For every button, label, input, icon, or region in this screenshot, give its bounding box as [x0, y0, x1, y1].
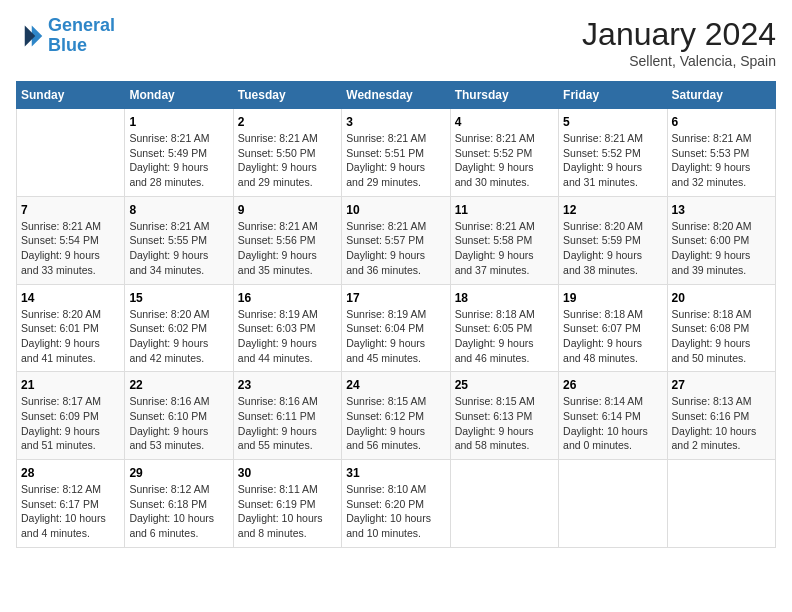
- calendar-cell: 9Sunrise: 8:21 AMSunset: 5:56 PMDaylight…: [233, 196, 341, 284]
- logo: General Blue: [16, 16, 115, 56]
- day-number: 14: [21, 291, 120, 305]
- calendar-cell: [559, 460, 667, 548]
- day-number: 17: [346, 291, 445, 305]
- day-number: 12: [563, 203, 662, 217]
- day-number: 30: [238, 466, 337, 480]
- day-info: Sunrise: 8:14 AMSunset: 6:14 PMDaylight:…: [563, 394, 662, 453]
- calendar-cell: 26Sunrise: 8:14 AMSunset: 6:14 PMDayligh…: [559, 372, 667, 460]
- calendar-cell: 5Sunrise: 8:21 AMSunset: 5:52 PMDaylight…: [559, 109, 667, 197]
- calendar-week-5: 28Sunrise: 8:12 AMSunset: 6:17 PMDayligh…: [17, 460, 776, 548]
- calendar-cell: 18Sunrise: 8:18 AMSunset: 6:05 PMDayligh…: [450, 284, 558, 372]
- calendar-cell: 28Sunrise: 8:12 AMSunset: 6:17 PMDayligh…: [17, 460, 125, 548]
- calendar-cell: 2Sunrise: 8:21 AMSunset: 5:50 PMDaylight…: [233, 109, 341, 197]
- calendar-cell: 6Sunrise: 8:21 AMSunset: 5:53 PMDaylight…: [667, 109, 775, 197]
- day-info: Sunrise: 8:20 AMSunset: 6:02 PMDaylight:…: [129, 307, 228, 366]
- calendar-cell: 29Sunrise: 8:12 AMSunset: 6:18 PMDayligh…: [125, 460, 233, 548]
- calendar-cell: 8Sunrise: 8:21 AMSunset: 5:55 PMDaylight…: [125, 196, 233, 284]
- logo-text: General Blue: [48, 16, 115, 56]
- day-info: Sunrise: 8:21 AMSunset: 5:51 PMDaylight:…: [346, 131, 445, 190]
- logo-blue: Blue: [48, 35, 87, 55]
- day-info: Sunrise: 8:21 AMSunset: 5:53 PMDaylight:…: [672, 131, 771, 190]
- day-number: 28: [21, 466, 120, 480]
- calendar-cell: 27Sunrise: 8:13 AMSunset: 6:16 PMDayligh…: [667, 372, 775, 460]
- col-sunday: Sunday: [17, 82, 125, 109]
- day-info: Sunrise: 8:21 AMSunset: 5:54 PMDaylight:…: [21, 219, 120, 278]
- day-number: 19: [563, 291, 662, 305]
- calendar-cell: [17, 109, 125, 197]
- day-number: 31: [346, 466, 445, 480]
- day-info: Sunrise: 8:21 AMSunset: 5:55 PMDaylight:…: [129, 219, 228, 278]
- calendar-cell: 20Sunrise: 8:18 AMSunset: 6:08 PMDayligh…: [667, 284, 775, 372]
- day-info: Sunrise: 8:21 AMSunset: 5:56 PMDaylight:…: [238, 219, 337, 278]
- day-number: 21: [21, 378, 120, 392]
- calendar-cell: 31Sunrise: 8:10 AMSunset: 6:20 PMDayligh…: [342, 460, 450, 548]
- day-info: Sunrise: 8:21 AMSunset: 5:57 PMDaylight:…: [346, 219, 445, 278]
- day-info: Sunrise: 8:15 AMSunset: 6:13 PMDaylight:…: [455, 394, 554, 453]
- day-number: 13: [672, 203, 771, 217]
- calendar-cell: 1Sunrise: 8:21 AMSunset: 5:49 PMDaylight…: [125, 109, 233, 197]
- day-info: Sunrise: 8:11 AMSunset: 6:19 PMDaylight:…: [238, 482, 337, 541]
- day-info: Sunrise: 8:15 AMSunset: 6:12 PMDaylight:…: [346, 394, 445, 453]
- day-info: Sunrise: 8:20 AMSunset: 5:59 PMDaylight:…: [563, 219, 662, 278]
- calendar-cell: 24Sunrise: 8:15 AMSunset: 6:12 PMDayligh…: [342, 372, 450, 460]
- calendar-cell: 14Sunrise: 8:20 AMSunset: 6:01 PMDayligh…: [17, 284, 125, 372]
- day-number: 5: [563, 115, 662, 129]
- calendar-subtitle: Sellent, Valencia, Spain: [582, 53, 776, 69]
- calendar-cell: 12Sunrise: 8:20 AMSunset: 5:59 PMDayligh…: [559, 196, 667, 284]
- day-number: 8: [129, 203, 228, 217]
- day-info: Sunrise: 8:21 AMSunset: 5:52 PMDaylight:…: [455, 131, 554, 190]
- calendar-cell: 3Sunrise: 8:21 AMSunset: 5:51 PMDaylight…: [342, 109, 450, 197]
- calendar-week-1: 1Sunrise: 8:21 AMSunset: 5:49 PMDaylight…: [17, 109, 776, 197]
- day-number: 24: [346, 378, 445, 392]
- day-number: 29: [129, 466, 228, 480]
- header-row: Sunday Monday Tuesday Wednesday Thursday…: [17, 82, 776, 109]
- calendar-cell: 11Sunrise: 8:21 AMSunset: 5:58 PMDayligh…: [450, 196, 558, 284]
- calendar-cell: 17Sunrise: 8:19 AMSunset: 6:04 PMDayligh…: [342, 284, 450, 372]
- day-number: 22: [129, 378, 228, 392]
- day-number: 2: [238, 115, 337, 129]
- day-info: Sunrise: 8:21 AMSunset: 5:50 PMDaylight:…: [238, 131, 337, 190]
- day-info: Sunrise: 8:16 AMSunset: 6:10 PMDaylight:…: [129, 394, 228, 453]
- calendar-cell: 7Sunrise: 8:21 AMSunset: 5:54 PMDaylight…: [17, 196, 125, 284]
- calendar-cell: 4Sunrise: 8:21 AMSunset: 5:52 PMDaylight…: [450, 109, 558, 197]
- day-number: 1: [129, 115, 228, 129]
- day-info: Sunrise: 8:21 AMSunset: 5:49 PMDaylight:…: [129, 131, 228, 190]
- title-block: January 2024 Sellent, Valencia, Spain: [582, 16, 776, 69]
- day-info: Sunrise: 8:19 AMSunset: 6:04 PMDaylight:…: [346, 307, 445, 366]
- calendar-cell: 13Sunrise: 8:20 AMSunset: 6:00 PMDayligh…: [667, 196, 775, 284]
- day-info: Sunrise: 8:21 AMSunset: 5:52 PMDaylight:…: [563, 131, 662, 190]
- logo-general: General: [48, 15, 115, 35]
- day-number: 11: [455, 203, 554, 217]
- col-saturday: Saturday: [667, 82, 775, 109]
- day-number: 9: [238, 203, 337, 217]
- day-info: Sunrise: 8:12 AMSunset: 6:18 PMDaylight:…: [129, 482, 228, 541]
- calendar-cell: [450, 460, 558, 548]
- page-header: General Blue January 2024 Sellent, Valen…: [16, 16, 776, 69]
- day-number: 23: [238, 378, 337, 392]
- day-number: 25: [455, 378, 554, 392]
- col-friday: Friday: [559, 82, 667, 109]
- col-thursday: Thursday: [450, 82, 558, 109]
- calendar-table: Sunday Monday Tuesday Wednesday Thursday…: [16, 81, 776, 548]
- day-info: Sunrise: 8:21 AMSunset: 5:58 PMDaylight:…: [455, 219, 554, 278]
- calendar-cell: 10Sunrise: 8:21 AMSunset: 5:57 PMDayligh…: [342, 196, 450, 284]
- calendar-title: January 2024: [582, 16, 776, 53]
- day-info: Sunrise: 8:20 AMSunset: 6:01 PMDaylight:…: [21, 307, 120, 366]
- calendar-cell: 30Sunrise: 8:11 AMSunset: 6:19 PMDayligh…: [233, 460, 341, 548]
- logo-icon: [16, 22, 44, 50]
- day-info: Sunrise: 8:13 AMSunset: 6:16 PMDaylight:…: [672, 394, 771, 453]
- col-wednesday: Wednesday: [342, 82, 450, 109]
- day-number: 7: [21, 203, 120, 217]
- day-number: 20: [672, 291, 771, 305]
- day-info: Sunrise: 8:16 AMSunset: 6:11 PMDaylight:…: [238, 394, 337, 453]
- day-info: Sunrise: 8:18 AMSunset: 6:07 PMDaylight:…: [563, 307, 662, 366]
- calendar-cell: 23Sunrise: 8:16 AMSunset: 6:11 PMDayligh…: [233, 372, 341, 460]
- calendar-week-3: 14Sunrise: 8:20 AMSunset: 6:01 PMDayligh…: [17, 284, 776, 372]
- calendar-cell: 22Sunrise: 8:16 AMSunset: 6:10 PMDayligh…: [125, 372, 233, 460]
- day-info: Sunrise: 8:12 AMSunset: 6:17 PMDaylight:…: [21, 482, 120, 541]
- calendar-cell: 25Sunrise: 8:15 AMSunset: 6:13 PMDayligh…: [450, 372, 558, 460]
- day-number: 27: [672, 378, 771, 392]
- day-info: Sunrise: 8:18 AMSunset: 6:05 PMDaylight:…: [455, 307, 554, 366]
- calendar-cell: [667, 460, 775, 548]
- calendar-cell: 21Sunrise: 8:17 AMSunset: 6:09 PMDayligh…: [17, 372, 125, 460]
